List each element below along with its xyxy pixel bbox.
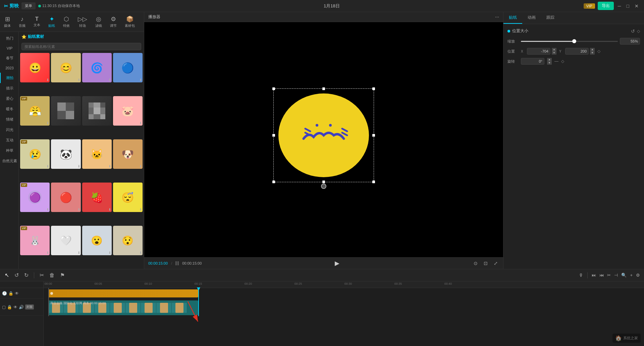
- cat-vip[interactable]: VIP: [0, 44, 18, 53]
- cat-flash[interactable]: 闪光: [0, 125, 18, 135]
- sticker-item-4[interactable]: 🔵 ⬇: [113, 53, 143, 82]
- menu-button[interactable]: 菜单: [21, 2, 36, 9]
- handle-br[interactable]: [372, 181, 375, 183]
- handle-bm[interactable]: [322, 181, 325, 183]
- x-input[interactable]: [527, 48, 550, 55]
- player-menu-button[interactable]: ⋯: [495, 15, 499, 19]
- toolbar-filter[interactable]: ◎ 滤镜: [91, 14, 106, 29]
- cat-spring[interactable]: 春节: [0, 53, 18, 63]
- trim-btn[interactable]: ✂: [606, 272, 611, 278]
- zoom-out-btn[interactable]: 🔍: [621, 272, 627, 278]
- vip-badge[interactable]: VIP: [584, 3, 595, 9]
- handle-tr[interactable]: [372, 87, 375, 90]
- cat-winter[interactable]: 暖冬: [0, 104, 18, 114]
- cat-hot[interactable]: 热门: [0, 33, 18, 44]
- y-input[interactable]: [565, 48, 589, 55]
- video-frame-icon[interactable]: ▢: [2, 305, 6, 309]
- toolbar-sticker[interactable]: ✦ 贴纸: [44, 14, 59, 29]
- scale-slider[interactable]: [521, 41, 618, 42]
- sticker-item-9[interactable]: 😢 VIP ⬇: [20, 139, 50, 169]
- rotation-input[interactable]: [521, 58, 544, 65]
- y-down[interactable]: ▼: [590, 51, 595, 55]
- video-sound-icon[interactable]: 🔊: [19, 305, 24, 309]
- sticker-item-5[interactable]: 😤 VIP ⬇: [20, 96, 50, 126]
- play-button[interactable]: ▶: [335, 260, 339, 267]
- redo-button[interactable]: ↻: [23, 271, 30, 279]
- scale-input[interactable]: [620, 38, 640, 45]
- sticker-item-14[interactable]: 🔴 ⬇: [51, 183, 80, 212]
- y-up[interactable]: ▲: [590, 48, 595, 51]
- minimize-button[interactable]: ─: [616, 3, 623, 9]
- sticker-item-3[interactable]: 🌀 ⬇: [82, 53, 112, 82]
- video-bar[interactable]: 商业金融 国际化 互联网 商务 00:00:15:00: [48, 300, 198, 315]
- sticker-eye-icon[interactable]: 👁: [15, 291, 19, 296]
- rotation-keyframe-button[interactable]: ◇: [561, 59, 564, 64]
- reset-button[interactable]: ↺: [631, 28, 635, 34]
- handle-bl[interactable]: [272, 181, 275, 183]
- forward-frame-btn[interactable]: ⏭: [591, 272, 597, 278]
- rotation-handle[interactable]: [321, 184, 326, 189]
- export-button[interactable]: 导出: [598, 2, 614, 10]
- sticker-item-1[interactable]: 😀 ⬇: [20, 53, 50, 82]
- settings-btn[interactable]: ⚙: [635, 272, 641, 278]
- toolbar-audio[interactable]: ♪ 音频: [15, 14, 30, 29]
- rotation-flip[interactable]: —: [554, 59, 558, 64]
- cat-2023[interactable]: 2023: [0, 63, 18, 73]
- cat-natural[interactable]: 自然元素: [0, 156, 18, 166]
- sticker-item-18[interactable]: 🤍 ⬇: [51, 226, 80, 255]
- sticker-search-input[interactable]: [21, 43, 141, 50]
- handle-ml[interactable]: [272, 134, 275, 137]
- split-button[interactable]: ✂: [38, 271, 45, 279]
- crop-button[interactable]: ⊡: [482, 261, 489, 266]
- toolbar-effects[interactable]: ⬡ 特效: [59, 14, 74, 29]
- sticker-bar[interactable]: [48, 289, 198, 297]
- keyframe-button[interactable]: ◇: [637, 29, 640, 33]
- position-keyframe-button[interactable]: ◇: [597, 49, 600, 54]
- sticker-clock-icon[interactable]: 🕐: [2, 291, 7, 296]
- sticker-item-8[interactable]: 🐷 ⬇: [113, 96, 143, 126]
- toolbar-text[interactable]: T 文本: [30, 15, 44, 29]
- sticker-item-2[interactable]: 😊 ⬇: [51, 53, 80, 82]
- zoom-in-btn[interactable]: +: [629, 272, 633, 278]
- maximize-button[interactable]: □: [625, 3, 631, 9]
- video-eye-icon[interactable]: 👁: [13, 305, 17, 309]
- flag-button[interactable]: ⚑: [59, 271, 66, 279]
- x-down[interactable]: ▼: [552, 51, 556, 55]
- x-up[interactable]: ▲: [552, 48, 556, 51]
- sticker-item-10[interactable]: 🐼 ⬇: [51, 139, 80, 169]
- sticker-item-20[interactable]: 😯 ⬇: [113, 226, 143, 255]
- toolbar-assets[interactable]: 📦 素材包: [121, 14, 139, 29]
- fullscreen-button[interactable]: ⤢: [492, 261, 499, 266]
- mic-button[interactable]: 🎙: [578, 272, 584, 278]
- cat-trending[interactable]: 潮拍: [0, 73, 18, 83]
- snapshot-button[interactable]: ⊙: [472, 261, 479, 266]
- tab-sticker[interactable]: 贴纸: [503, 12, 522, 24]
- delete-button[interactable]: 🗑: [48, 272, 56, 279]
- sticker-item-6[interactable]: [51, 96, 80, 126]
- cat-seeds[interactable]: 种草: [0, 145, 18, 156]
- select-tool[interactable]: ↖: [3, 271, 10, 279]
- video-lock-icon[interactable]: 🔒: [7, 305, 12, 309]
- align-btn[interactable]: ⊣: [613, 272, 619, 278]
- toolbar-adjustments[interactable]: ⚙ 调节: [106, 14, 121, 29]
- sticker-item-15[interactable]: 🍓 ⬇: [82, 183, 112, 212]
- rotation-down[interactable]: ▼: [547, 61, 552, 65]
- sticker-lock-icon[interactable]: 🔒: [8, 291, 13, 296]
- sticker-item-19[interactable]: 😮 ⬇: [82, 226, 112, 255]
- handle-mr[interactable]: [372, 134, 375, 137]
- tab-animation[interactable]: 动画: [522, 12, 541, 24]
- backward-frame-btn[interactable]: ⏮: [599, 272, 604, 278]
- cat-love[interactable]: 爱心: [0, 93, 18, 104]
- sticker-item-7[interactable]: [82, 96, 112, 126]
- cat-interactive[interactable]: 互动: [0, 135, 18, 145]
- cat-mood[interactable]: 情绪: [0, 114, 18, 125]
- rotation-up[interactable]: ▲: [547, 58, 552, 61]
- toolbar-transitions[interactable]: ▷▷ 转场: [74, 14, 91, 29]
- sticker-item-17[interactable]: 🐰 VIP ⬇: [20, 226, 50, 255]
- toolbar-media[interactable]: ⊞ 媒体: [0, 14, 15, 29]
- tab-tracking[interactable]: 跟踪: [541, 12, 560, 24]
- handle-tl[interactable]: [272, 87, 275, 90]
- close-button[interactable]: ✕: [633, 3, 640, 9]
- sticker-item-11[interactable]: 🐱 ⬇: [82, 139, 112, 169]
- sticker-item-12[interactable]: 🐶 ⬇: [113, 139, 143, 169]
